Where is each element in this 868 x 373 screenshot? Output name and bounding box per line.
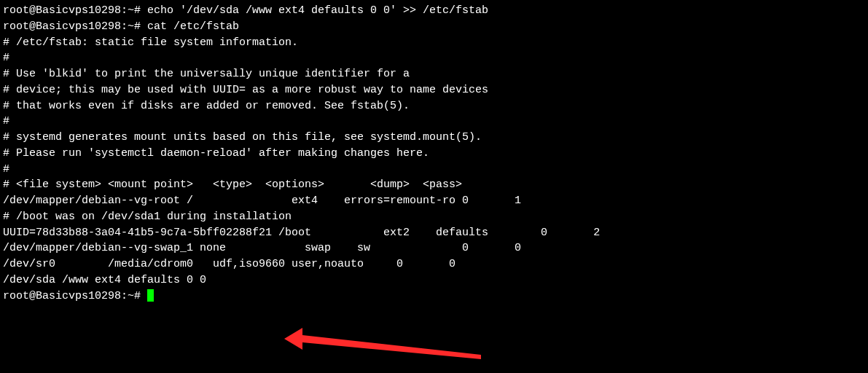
terminal-line: # — [3, 50, 865, 66]
terminal-line: # — [3, 114, 865, 130]
terminal-line: # — [3, 162, 865, 178]
terminal-line: /dev/mapper/debian--vg-swap_1 none swap … — [3, 240, 865, 256]
terminal-line: # Please run 'systemctl daemon-reload' a… — [3, 146, 865, 162]
terminal-line: /dev/sda /www ext4 defaults 0 0 — [3, 272, 865, 288]
terminal-line: root@Basicvps10298:~# cat /etc/fstab — [3, 19, 865, 35]
terminal-line: # /boot was on /dev/sda1 during installa… — [3, 209, 865, 225]
terminal-line: # device; this may be used with UUID= as… — [3, 82, 865, 98]
terminal-line: /dev/mapper/debian--vg-root / ext4 error… — [3, 193, 865, 209]
terminal-line: UUID=78d33b88-3a04-41b5-9c7a-5bff02288f2… — [3, 225, 865, 241]
terminal-line: # Use 'blkid' to print the universally u… — [3, 66, 865, 82]
terminal-line: # /etc/fstab: static file system informa… — [3, 35, 865, 51]
cursor-icon — [147, 289, 154, 302]
terminal-prompt: root@Basicvps10298:~# — [3, 290, 147, 302]
terminal-line: # <file system> <mount point> <type> <op… — [3, 177, 865, 193]
terminal-line: /dev/sr0 /media/cdrom0 udf,iso9660 user,… — [3, 256, 865, 272]
annotation-arrow-icon — [277, 324, 496, 368]
terminal-line: root@Basicvps10298:~# echo '/dev/sda /ww… — [3, 3, 865, 19]
svg-marker-0 — [284, 328, 481, 359]
terminal-line: # that works even if disks are added or … — [3, 98, 865, 114]
terminal-prompt-line: root@Basicvps10298:~# — [3, 288, 865, 305]
terminal-output[interactable]: root@Basicvps10298:~# echo '/dev/sda /ww… — [3, 3, 865, 304]
terminal-line: # systemd generates mount units based on… — [3, 130, 865, 146]
